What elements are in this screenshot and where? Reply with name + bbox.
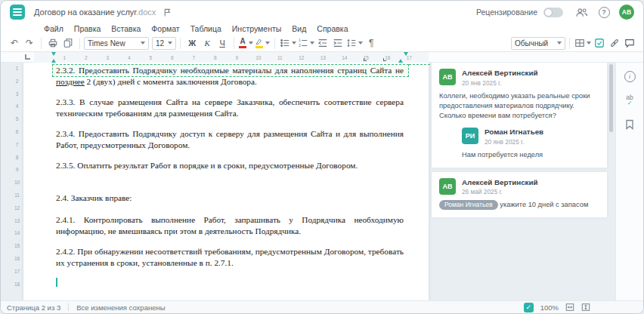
paragraph[interactable]: 2.4.2. При обнаружении несоответствий тр… <box>56 246 404 269</box>
ruler-number: 7 <box>11 142 23 155</box>
redo-button[interactable]: ↷ <box>23 36 36 50</box>
decrease-indent-button[interactable] <box>316 36 330 50</box>
check-icon: ✓ <box>627 100 633 106</box>
comment-thread[interactable]: АВ Алексей Вертинский 26 май 2025 г. Ром… <box>432 172 607 218</box>
menu-item[interactable]: Вид <box>292 24 306 33</box>
paragraph[interactable]: 2.3.4. Предоставить Подрядчику доступ к … <box>56 128 404 151</box>
paragraph[interactable]: 2.4.1. Контролировать выполнение Работ, … <box>56 214 404 237</box>
tab-stop-marker[interactable] <box>404 52 408 56</box>
insert-table-button[interactable] <box>574 36 591 50</box>
svg-text:1: 1 <box>299 38 301 42</box>
format-toolbar: ↶ ↷ Times New 12 Ж К Ч А <box>1 35 643 52</box>
bullet-list-button[interactable] <box>280 36 296 50</box>
ruler-number: 15 <box>11 243 23 256</box>
font-name-select[interactable]: Times New <box>84 37 149 50</box>
chevron-down-icon <box>557 42 562 45</box>
ruler-number: 16 <box>377 55 399 60</box>
info-button[interactable]: i <box>621 69 638 84</box>
mention-chip[interactable]: Роман Игнатьев <box>439 200 498 210</box>
ruler-number: 12 <box>11 205 23 218</box>
ruler-number: 13 <box>11 218 23 231</box>
chevron-down-icon <box>310 42 314 45</box>
page-indicator[interactable]: Страница 2 из 3 <box>7 303 60 312</box>
paragraph-style-value: Обычный <box>515 39 548 48</box>
paragraph[interactable]: 2.3.2. Предоставить Подрядчику необходим… <box>56 65 404 88</box>
app-logo-icon[interactable] <box>10 5 25 20</box>
comment-text-tail: укажите 10 дней с запасом <box>498 201 589 208</box>
paragraph[interactable]: 2.3.3. В случае размещения Сайта на серв… <box>56 97 404 119</box>
reply-text: Нам потребуется неделя <box>462 150 599 160</box>
fit-height-button[interactable] <box>581 303 590 312</box>
chevron-down-icon <box>249 42 253 45</box>
horizontal-ruler[interactable]: 1234567891011121314151617 <box>34 52 429 63</box>
comment-reply[interactable]: РИ Роман Игнатьев 20 янв 2025 г. Нам пот… <box>462 128 599 160</box>
menu-item[interactable]: Вставка <box>111 24 141 33</box>
tab-selector-icon[interactable] <box>25 54 30 60</box>
toolbar-divider <box>79 38 80 49</box>
ruler-number: 14 <box>11 230 23 243</box>
ruler-number: 8 <box>205 55 227 60</box>
tracked-insertion: позднее <box>56 77 85 86</box>
ruler-number: 3 <box>11 91 23 104</box>
font-size-select[interactable]: 12 <box>152 37 176 50</box>
accept-change-button[interactable] <box>593 36 606 50</box>
insert-link-button[interactable] <box>608 36 621 50</box>
titlebar: Договор на оказание услуг.docx Рецензиро… <box>1 1 643 23</box>
tab-stop-icon[interactable] <box>383 58 386 61</box>
ruler-number: 9 <box>11 167 23 180</box>
info-icon: i <box>624 71 636 82</box>
favorite-flag-icon[interactable] <box>163 8 172 17</box>
vertical-scrollbar[interactable] <box>608 63 614 300</box>
menu-item[interactable]: Справка <box>317 24 348 33</box>
first-line-indent-marker[interactable] <box>51 52 56 56</box>
paragraph-style-select[interactable]: Обычный <box>511 37 565 50</box>
menu-item[interactable]: Таблица <box>190 24 221 33</box>
undo-button[interactable]: ↶ <box>8 36 21 50</box>
document-area: 123456789101112131415161718 2.3.2. Предо… <box>1 63 643 300</box>
comment-button[interactable] <box>623 36 636 50</box>
line-spacing-button[interactable] <box>346 36 363 50</box>
ruler-bar: 1234567891011121314151617 <box>1 52 643 63</box>
italic-button[interactable]: К <box>200 36 214 50</box>
document-title-ext: .docx <box>136 8 156 17</box>
font-color-button[interactable]: А <box>239 36 253 50</box>
fit-width-button[interactable] <box>565 303 574 312</box>
menu-item[interactable]: Файл <box>44 24 63 33</box>
fit-page-button[interactable]: ✓ <box>524 303 534 312</box>
comment-thread[interactable]: АВ Алексей Вертинский 20 янв 2025 г. Кол… <box>432 63 607 168</box>
help-icon[interactable]: ? <box>596 5 611 20</box>
highlight-button[interactable] <box>255 36 270 50</box>
ruler-number: 11 <box>11 192 23 205</box>
menu-item[interactable]: Формат <box>151 24 179 33</box>
paragraph-marks-button[interactable]: ¶ <box>364 36 378 50</box>
menu-item[interactable]: Правка <box>74 24 101 33</box>
user-avatar[interactable]: АВ <box>619 5 634 20</box>
toolbar-divider <box>234 38 234 49</box>
document-page[interactable]: 2.3.2. Предоставить Подрядчику необходим… <box>23 63 429 300</box>
ruler-number: 4 <box>119 55 141 60</box>
spellcheck-button[interactable]: ab✓ <box>621 93 638 108</box>
collaboration-users-icon[interactable] <box>574 5 589 20</box>
scrollbar-thumb[interactable] <box>609 64 613 132</box>
menu-item[interactable]: Инструменты <box>232 24 281 33</box>
ruler-number: 13 <box>312 55 334 60</box>
ruler-number: 6 <box>11 129 23 142</box>
vertical-ruler[interactable]: 123456789101112131415161718 <box>11 66 23 294</box>
bookmark-button[interactable] <box>621 117 638 132</box>
increase-indent-button[interactable] <box>331 36 345 50</box>
copy-button[interactable] <box>61 36 75 50</box>
paragraph[interactable]: 2.4. Заказчик вправе: <box>56 192 404 204</box>
print-button[interactable] <box>46 36 60 50</box>
reply-header: РИ Роман Игнатьев 20 янв 2025 г. <box>462 128 599 146</box>
zoom-value[interactable]: 100% <box>540 303 559 312</box>
ruler-number: 1 <box>11 66 23 78</box>
ruler-number: 2 <box>76 55 98 60</box>
review-toggle[interactable] <box>543 8 563 17</box>
numbered-list-button[interactable]: 12 <box>298 36 314 50</box>
tab-stop-icon[interactable] <box>364 58 367 61</box>
ruler-number: 11 <box>269 55 291 60</box>
ruler-number: 16 <box>11 256 23 269</box>
paragraph[interactable]: 2.3.5. Оплатить результат Работ в порядк… <box>56 160 404 171</box>
underline-button[interactable]: Ч <box>215 36 229 50</box>
bold-button[interactable]: Ж <box>185 36 199 50</box>
